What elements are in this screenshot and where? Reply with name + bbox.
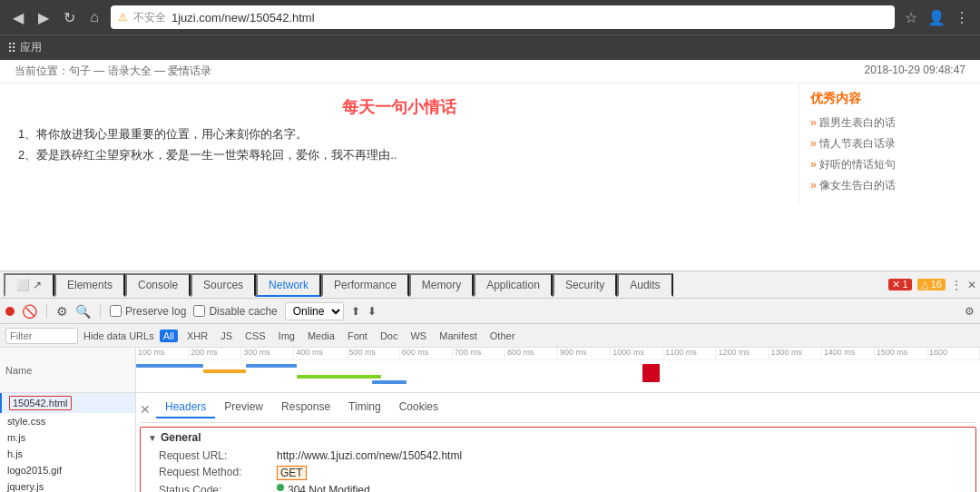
filter-icon: ⚙ xyxy=(56,304,68,319)
filter-ws[interactable]: WS xyxy=(407,330,430,342)
file-item-4[interactable]: logo2015.gif xyxy=(0,462,135,478)
disable-cache-checkbox[interactable] xyxy=(193,305,205,317)
file-item-2[interactable]: m.js xyxy=(0,429,135,446)
file-item-1[interactable]: style.css xyxy=(0,413,135,429)
back-button[interactable]: ◀ xyxy=(7,6,29,28)
apps-bookmark[interactable]: ⠿ 应用 xyxy=(7,40,42,55)
page-wrapper: 当前位置：句子 — 语录大全 — 爱情话录 2018-10-29 09:48:4… xyxy=(0,60,980,271)
tab-audits[interactable]: Audits xyxy=(617,273,672,297)
timeline-bar-6 xyxy=(642,364,660,382)
clear-icon: 🚫 xyxy=(22,304,37,319)
tick-1500: 1500 ms xyxy=(875,348,927,359)
file-list: 150542.html style.css m.js h.js logo2015… xyxy=(0,393,136,492)
address-bar[interactable]: ⚠ 不安全 1juzi.com/new/150542.html xyxy=(111,5,895,29)
tab-security[interactable]: Security xyxy=(553,273,617,297)
request-method-label: Request Method: xyxy=(159,466,277,480)
devtools-more-icon[interactable]: ⋮ xyxy=(951,279,962,291)
tick-500: 500 ms xyxy=(348,348,400,359)
tick-1200: 1200 ms xyxy=(716,348,769,359)
tab-sources[interactable]: Sources xyxy=(191,273,256,297)
tick-800: 800 ms xyxy=(505,348,558,359)
detail-tab-timing[interactable]: Timing xyxy=(339,397,390,418)
timeline-name-header: Name xyxy=(0,348,136,392)
filter-manifest[interactable]: Manifest xyxy=(436,330,481,342)
sidebar-item-1[interactable]: 跟男生表白的话 xyxy=(810,113,969,133)
timeline-ruler: 100 ms 200 ms 300 ms 400 ms 500 ms 600 m… xyxy=(136,348,980,360)
tab-performance[interactable]: Performance xyxy=(321,273,409,297)
tab-elements[interactable]: Elements xyxy=(54,273,125,297)
request-method-value: GET xyxy=(277,466,307,480)
sidebar-title: 优秀内容 xyxy=(810,91,969,107)
preserve-log-label[interactable]: Preserve log xyxy=(110,305,186,318)
devtools-panel: ⬜ ↗ Elements Console Sources Network Per… xyxy=(0,271,980,492)
filter-xhr[interactable]: XHR xyxy=(183,330,211,342)
filter-other[interactable]: Other xyxy=(486,330,519,342)
timeline-bar-2 xyxy=(203,369,246,373)
file-item-0[interactable]: 150542.html xyxy=(0,393,135,413)
clear-button[interactable]: 🚫 xyxy=(22,304,37,319)
download-button[interactable]: ⬇ xyxy=(368,305,377,318)
detail-tab-preview[interactable]: Preview xyxy=(215,397,272,418)
tick-200: 200 ms xyxy=(189,348,241,359)
filter-button[interactable]: ⚙ xyxy=(56,304,68,319)
detail-tab-headers[interactable]: Headers xyxy=(156,397,215,418)
forward-button[interactable]: ▶ xyxy=(33,6,54,28)
upload-button[interactable]: ⬆ xyxy=(351,305,360,318)
article-content: 1、将你放进我心里最重要的位置，用心来刻你的名字。 2、爱是跌碎红尘望穿秋水，爱… xyxy=(18,123,780,166)
error-badge: ✕ 1 xyxy=(888,279,912,290)
security-warning-icon: ⚠ xyxy=(118,11,128,24)
filter-img[interactable]: Img xyxy=(275,330,299,342)
settings-button[interactable]: ⚙ xyxy=(965,305,975,318)
detail-tab-cookies[interactable]: Cookies xyxy=(390,397,447,418)
timeline-bar-1 xyxy=(136,364,203,368)
reload-button[interactable]: ↻ xyxy=(58,6,80,28)
toolbar-sep-1 xyxy=(46,304,47,319)
article-area: 每天一句小情话 1、将你放进我心里最重要的位置，用心来刻你的名字。 2、爱是跌碎… xyxy=(0,84,799,203)
tab-inspector[interactable]: ⬜ ↗ xyxy=(4,273,54,297)
bookmark-button[interactable]: ☆ xyxy=(900,6,922,28)
filter-input[interactable] xyxy=(5,328,78,344)
record-button[interactable] xyxy=(5,307,15,316)
nav-buttons: ◀ ▶ ↻ ⌂ xyxy=(7,6,105,28)
account-button[interactable]: 👤 xyxy=(926,6,947,28)
throttle-select[interactable]: Online xyxy=(285,302,344,320)
detail-tabs: Headers Preview Response Timing Cookies xyxy=(156,397,447,418)
gear-icon: ⚙ xyxy=(965,305,975,318)
home-button[interactable]: ⌂ xyxy=(83,6,105,28)
page-content: 当前位置：句子 — 语录大全 — 爱情话录 2018-10-29 09:48:4… xyxy=(0,60,980,203)
tab-console[interactable]: Console xyxy=(125,273,191,297)
filter-js[interactable]: JS xyxy=(217,330,236,342)
file-item-5[interactable]: jquery.js xyxy=(0,478,135,492)
filter-css[interactable]: CSS xyxy=(241,330,270,342)
tab-application[interactable]: Application xyxy=(474,273,553,297)
warn-badge: △ 16 xyxy=(917,279,946,290)
tab-network[interactable]: Network xyxy=(256,273,321,297)
tick-1300: 1300 ms xyxy=(769,348,822,359)
sidebar-item-4[interactable]: 像女生告白的话 xyxy=(810,175,969,196)
name-column-label: Name xyxy=(5,365,32,376)
network-timeline: Name 100 ms 200 ms 300 ms 400 ms 500 ms … xyxy=(0,348,980,393)
tick-1100: 1100 ms xyxy=(663,348,716,359)
filter-media[interactable]: Media xyxy=(304,330,338,342)
general-section-header: General xyxy=(148,431,968,444)
sidebar-item-3[interactable]: 好听的情话短句 xyxy=(810,154,969,175)
disable-cache-label[interactable]: Disable cache xyxy=(193,305,277,318)
inspector-icon: ⬜ xyxy=(16,279,30,291)
file-name-0: 150542.html xyxy=(9,396,72,410)
search-icon: 🔍 xyxy=(75,304,91,319)
filter-doc[interactable]: Doc xyxy=(377,330,402,342)
detail-tab-response[interactable]: Response xyxy=(272,397,339,418)
general-title: General xyxy=(161,431,201,444)
tab-memory[interactable]: Memory xyxy=(409,273,474,297)
menu-button[interactable]: ⋮ xyxy=(951,6,973,28)
file-item-3[interactable]: h.js xyxy=(0,446,135,462)
detail-close-button[interactable]: ✕ xyxy=(140,402,151,417)
devtools-tab-actions: ✕ 1 △ 16 ⋮ ✕ xyxy=(888,279,977,291)
request-url-label: Request URL: xyxy=(159,449,277,462)
sidebar-item-2[interactable]: 情人节表白话录 xyxy=(810,133,969,154)
devtools-close-icon[interactable]: ✕ xyxy=(967,279,976,291)
filter-font[interactable]: Font xyxy=(344,330,371,342)
filter-all[interactable]: All xyxy=(160,330,178,342)
search-button[interactable]: 🔍 xyxy=(75,304,91,319)
preserve-log-checkbox[interactable] xyxy=(110,305,122,317)
